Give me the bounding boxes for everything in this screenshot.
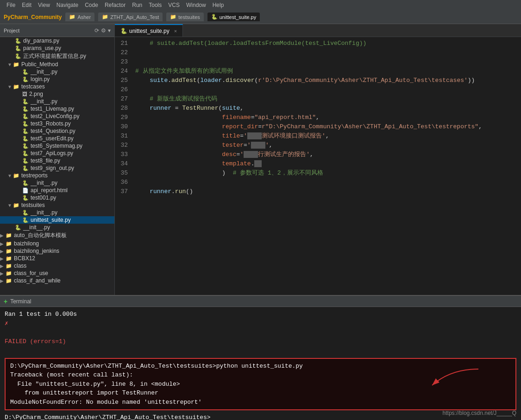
tree-item[interactable]: 🐍test4_Question.py [0, 127, 114, 135]
menu-item-view[interactable]: View [35, 1, 53, 9]
tree-item-class-if-and-while[interactable]: ▶📁class_if_and_while [0, 277, 114, 284]
project-label: Project [4, 28, 19, 33]
code-line-33: desc='████行测试生产的报告', [135, 150, 521, 159]
editor-area: Project ⟳ ⚙ ▾ 🐍diy_params.py 🐍params_use… [0, 24, 521, 295]
tree-item[interactable]: 🐍test5_userEdit.py [0, 135, 114, 142]
tree-item[interactable]: 🖼2.png [0, 90, 114, 98]
toolbar-tab-asher[interactable]: 📁 Asher [65, 13, 94, 21]
toolbar-brand: PyCharm_Community [4, 14, 62, 20]
close-tab-icon[interactable]: × [174, 28, 177, 34]
terminal-line-empty2 [5, 346, 516, 355]
code-line-29: filename="api_report.html", [135, 113, 521, 122]
tree-item-baizhilong[interactable]: ▶📁baizhilong [0, 240, 114, 247]
tree-item[interactable]: 🐍__init__.py [0, 68, 114, 75]
toolbar-tab-ztht[interactable]: 📁 ZTHT_Api_Auto_Test [98, 13, 163, 21]
tree-item[interactable]: 📄api_report.html [0, 187, 114, 194]
terminal-line-failed: FAILED (errors=1) [5, 337, 516, 346]
terminal-error-line-5: ModuleNotFoundError: No module named 'un… [10, 398, 511, 407]
line-numbers: 21 22 23 24 25 26 27 28 29 30 31 32 33 3… [115, 39, 133, 196]
error-box: D:\PyCharm_Community\Asher\ZTHT_Api_Auto… [5, 358, 516, 411]
folder-icon: 📁 [69, 14, 75, 20]
folder-icon: 📁 [170, 14, 176, 20]
tree-item[interactable]: 🐍__init__.py [0, 179, 114, 187]
python-icon: 🐍 [211, 14, 218, 20]
tree-item[interactable]: 🐍diy_params.py [0, 37, 114, 44]
code-line-26 [135, 85, 521, 94]
python-file-icon: 🐍 [120, 28, 127, 34]
code-line-23 [135, 57, 521, 67]
code-line-35: ) # 参数可选 1、2，展示不同风格 [135, 169, 521, 178]
tree-item[interactable]: 🐍test9_sign_out.py [0, 164, 114, 172]
chevron-icon[interactable]: ▾ [108, 27, 111, 34]
sync-icon[interactable]: ⟳ [94, 27, 99, 34]
terminal-add-icon[interactable]: + [4, 298, 7, 305]
terminal-header: + Terminal [0, 296, 521, 307]
menu-item-code[interactable]: Code [82, 1, 101, 9]
toolbar-tab-unittest[interactable]: 🐍 unittest_suite.py [207, 13, 260, 21]
toolbar-tab-testsuites[interactable]: 📁 testsuites [166, 13, 203, 21]
menu-item-run[interactable]: Run [129, 1, 145, 9]
tree-item[interactable]: 🐍__init__.py [0, 224, 114, 231]
code-line-36 [135, 178, 521, 187]
main-container: Project ⟳ ⚙ ▾ 🐍diy_params.py 🐍params_use… [0, 24, 521, 420]
code-content: 21 22 23 24 25 26 27 28 29 30 31 32 33 3… [115, 37, 521, 198]
code-line-30: report_dir=r"D:\PyCharm_Community\Asher\… [135, 122, 521, 132]
menu-item-vcs[interactable]: VCS [165, 1, 182, 9]
tree-item-public-method[interactable]: ▼📁Public_Method [0, 61, 114, 68]
code-line-22 [135, 48, 521, 57]
tree-item[interactable]: 🐍test3_Robots.py [0, 120, 114, 127]
menu-item-edit[interactable]: Edit [19, 1, 34, 9]
terminal-line-empty [5, 328, 516, 337]
terminal-line-ran: Ran 1 test in 0.000s [5, 310, 516, 319]
tree-item[interactable]: 🐍test6_Systemmag.py [0, 142, 114, 150]
code-line-28: runner = TestRunner(suite, [135, 104, 521, 113]
sidebar-header-icons: ⟳ ⚙ ▾ [94, 27, 111, 34]
menu-bar: File Edit View Navigate Code Refactor Ru… [0, 0, 521, 10]
tree-item-testsuites-folder[interactable]: ▼📁testsuites [0, 201, 114, 209]
code-lines: # suite.addTest(loader.loadTestsFromModu… [133, 39, 521, 196]
tree-item-baizhilong-jenkins[interactable]: ▶📁baizhilong_jenkins [0, 247, 114, 255]
code-editor[interactable]: 🐍 unittest_suite.py × 21 22 23 24 25 26 … [115, 24, 521, 295]
code-line-21: # suite.addTest(loader.loadTestsFromModu… [135, 39, 521, 48]
sidebar: Project ⟳ ⚙ ▾ 🐍diy_params.py 🐍params_use… [0, 24, 115, 295]
tree-item-class-for-use[interactable]: ▶📁class_for_use [0, 270, 114, 277]
tree-item[interactable]: 🐍test2_LiveConfig.py [0, 113, 114, 120]
tree-item[interactable]: 🐍params_use.py [0, 44, 114, 52]
arrow-annotation [423, 367, 478, 392]
tree-item-unittest-suite[interactable]: 🐍unittest_suite.py [0, 216, 114, 224]
tree-item-bcbx12[interactable]: ▶📁BCBX12 [0, 255, 114, 262]
menu-item-file[interactable]: File [4, 1, 18, 9]
terminal-line-x: ✗ [5, 319, 516, 328]
tree-item-testcases[interactable]: ▼📁testcases [0, 83, 114, 90]
tree-item[interactable]: 🐍test001.py [0, 194, 114, 201]
tree-item-testreports[interactable]: ▼📁testreports [0, 172, 114, 179]
tree-item-class[interactable]: ▶📁class [0, 262, 114, 270]
code-line-25: suite.addTest(loader.discover(r'D:\PyCha… [135, 76, 521, 85]
code-line-34: template.██ [135, 159, 521, 169]
tree-item[interactable]: 🐍test8_file.py [0, 157, 114, 164]
menu-item-help[interactable]: Help [210, 1, 227, 9]
toolbar: PyCharm_Community 📁 Asher 📁 ZTHT_Api_Aut… [0, 10, 521, 24]
tree-item[interactable]: 🐍正式环境提前配置信息.py [0, 52, 114, 61]
tree-item[interactable]: 🐍__init__.py [0, 98, 114, 105]
menu-item-tools[interactable]: Tools [146, 1, 164, 9]
tree-item[interactable]: 🐍__init__.py [0, 209, 114, 216]
folder-icon: 📁 [102, 14, 108, 20]
tree-item-auto[interactable]: ▶📁auto_自动化脚本模板 [0, 231, 114, 240]
tree-item[interactable]: 🐍test1_Livemag.py [0, 105, 114, 113]
terminal: + Terminal Ran 1 test in 0.000s ✗ FAILED… [0, 295, 521, 420]
terminal-content[interactable]: Ran 1 test in 0.000s ✗ FAILED (errors=1)… [0, 307, 521, 420]
terminal-label: Terminal [10, 298, 31, 305]
gear-icon[interactable]: ⚙ [101, 27, 106, 34]
tree-item[interactable]: 🐍test7_ApiLogs.py [0, 150, 114, 157]
tree-item[interactable]: 🐍login.py [0, 75, 114, 83]
watermark: https://blog.csdn.net/J_____Q [443, 410, 516, 416]
menu-item-window[interactable]: Window [183, 1, 209, 9]
code-line-31: title='████测试环境接口测试报告', [135, 132, 521, 141]
menu-item-refactor[interactable]: Refactor [102, 1, 128, 9]
editor-tab-unittest[interactable]: 🐍 unittest_suite.py × [115, 24, 183, 37]
editor-tabs: 🐍 unittest_suite.py × [115, 24, 521, 37]
code-line-37: runner.run() [135, 187, 521, 196]
sidebar-header: Project ⟳ ⚙ ▾ [0, 24, 114, 37]
menu-item-navigate[interactable]: Navigate [54, 1, 81, 9]
